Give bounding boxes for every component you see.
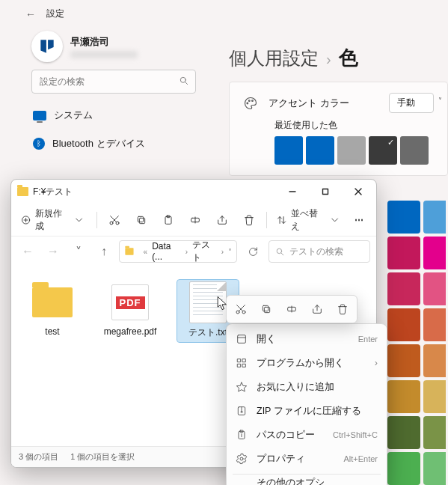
color-swatch[interactable]: [306, 136, 334, 165]
nav-label: システム: [54, 109, 93, 122]
status-count: 3 個の項目: [19, 451, 58, 463]
new-button[interactable]: 新規作成: [16, 208, 92, 232]
chevron-right-icon: ›: [326, 51, 331, 68]
color-swatch[interactable]: [423, 201, 446, 234]
ctx-open[interactable]: 開くEnter: [227, 327, 387, 351]
ctx-accel: Ctrl+Shift+C: [333, 430, 378, 439]
copy-button[interactable]: [129, 208, 154, 232]
address-bar-row: ← → ˅ ↑ « Data (... › テスト › ˅ テストの検索: [11, 237, 376, 266]
recent-colors: [274, 136, 434, 165]
share-button[interactable]: [209, 208, 235, 232]
bluetooth-icon: ᛒ: [33, 138, 45, 150]
color-swatch[interactable]: [423, 272, 446, 305]
ctx-path[interactable]: パスのコピーCtrl+Shift+C: [227, 423, 387, 447]
search-placeholder: テストの検索: [289, 245, 343, 258]
minimize-button[interactable]: [276, 180, 309, 203]
color-swatch[interactable]: [337, 136, 366, 165]
ctx-zip[interactable]: ZIP ファイルに圧縮する: [227, 399, 387, 423]
ctx-star[interactable]: お気に入りに追加: [227, 375, 387, 399]
crumb[interactable]: テスト: [192, 239, 217, 264]
svg-marker-42: [236, 382, 246, 391]
more-button[interactable]: ⋯: [346, 208, 372, 232]
file-item[interactable]: PDFmegafree.pdf: [99, 280, 161, 340]
color-swatch[interactable]: [400, 136, 429, 165]
color-swatch[interactable]: [387, 201, 420, 234]
ctx-props[interactable]: プロパティAlt+Enter: [227, 447, 387, 471]
color-swatch[interactable]: [423, 452, 446, 485]
address-bar[interactable]: « Data (... › テスト › ˅: [119, 240, 237, 263]
explorer-search[interactable]: テストの検索: [269, 240, 370, 263]
nav-forward[interactable]: →: [43, 241, 64, 262]
folder-icon: [17, 187, 28, 196]
color-swatch[interactable]: [274, 136, 303, 165]
search-icon: [275, 247, 285, 257]
copy-button[interactable]: [254, 298, 278, 320]
rename-button[interactable]: [182, 208, 208, 232]
close-button[interactable]: [342, 180, 375, 203]
chevron-right-icon: ›: [220, 248, 225, 256]
breadcrumb-root[interactable]: 個人用設定: [229, 46, 319, 70]
ctx-more-options[interactable]: その他のオプションを表示Shift+F10: [227, 478, 387, 485]
path-icon: [236, 429, 248, 441]
color-swatch[interactable]: [423, 308, 446, 341]
svg-rect-40: [238, 364, 241, 367]
chevron-down-icon: [329, 214, 340, 226]
nav-back[interactable]: ←: [17, 241, 38, 262]
rename-button[interactable]: [280, 298, 304, 320]
ctx-label: 開く: [257, 333, 349, 346]
maximize-button[interactable]: [309, 180, 342, 203]
refresh-button[interactable]: [242, 240, 264, 263]
accent-mode-select[interactable]: 手動: [389, 93, 434, 113]
color-swatch[interactable]: [369, 136, 397, 165]
color-swatch[interactable]: [387, 272, 420, 305]
nav-up[interactable]: ˅: [68, 241, 89, 262]
delete-button[interactable]: [236, 208, 262, 232]
ctx-label: ZIP ファイルに圧縮する: [257, 405, 369, 418]
color-swatch[interactable]: [387, 380, 420, 413]
color-swatch[interactable]: [423, 344, 446, 377]
monitor-icon: [33, 111, 46, 121]
accent-label: アクセント カラー: [269, 97, 378, 110]
color-swatch[interactable]: [387, 416, 420, 449]
search-icon: [179, 76, 189, 88]
zip-icon: [236, 405, 248, 417]
ctx-accel: Enter: [358, 335, 378, 344]
new-label: 新規作成: [35, 207, 70, 233]
sort-label: 並べ替え: [291, 207, 325, 233]
delete-button[interactable]: [331, 298, 355, 320]
paste-button[interactable]: [156, 208, 181, 232]
color-swatch[interactable]: [387, 344, 420, 377]
settings-content: 個人用設定 › 色 アクセント カラー 手動 最近使用した色: [229, 40, 448, 183]
cut-button[interactable]: [229, 298, 253, 320]
svg-point-25: [277, 248, 282, 254]
accent-card: アクセント カラー 手動 最近使用した色: [229, 82, 448, 176]
color-swatch[interactable]: [423, 380, 446, 413]
nav-label: Bluetooth とデバイス: [52, 137, 145, 150]
chevron-icon: «: [142, 248, 150, 256]
color-swatch[interactable]: [423, 416, 446, 449]
share-button[interactable]: [305, 298, 329, 320]
nav-up-folder[interactable]: ↑: [93, 241, 114, 262]
ctx-accel: Alt+Enter: [343, 454, 378, 463]
settings-search[interactable]: [31, 70, 196, 94]
svg-point-49: [240, 457, 243, 460]
ctx-apps[interactable]: プログラムから開く›: [227, 351, 387, 375]
chevron-down-icon[interactable]: ˅: [228, 248, 232, 256]
color-swatch[interactable]: [423, 237, 446, 269]
color-swatch[interactable]: [387, 237, 420, 269]
sort-button[interactable]: 並べ替え: [271, 208, 345, 232]
svg-rect-31: [264, 307, 269, 312]
file-item[interactable]: test: [22, 280, 83, 340]
settings-search-input[interactable]: [38, 76, 179, 88]
color-swatch[interactable]: [387, 308, 420, 341]
crumb[interactable]: Data (...: [152, 241, 181, 262]
svg-line-1: [185, 82, 188, 84]
color-swatch[interactable]: [387, 452, 420, 485]
divider: [96, 212, 97, 228]
svg-rect-36: [238, 335, 246, 344]
breadcrumb: 個人用設定 › 色: [229, 40, 448, 82]
svg-point-2: [247, 103, 248, 104]
cut-button[interactable]: [102, 208, 127, 232]
txt-icon: [185, 283, 230, 322]
back-icon[interactable]: ←: [25, 8, 36, 20]
